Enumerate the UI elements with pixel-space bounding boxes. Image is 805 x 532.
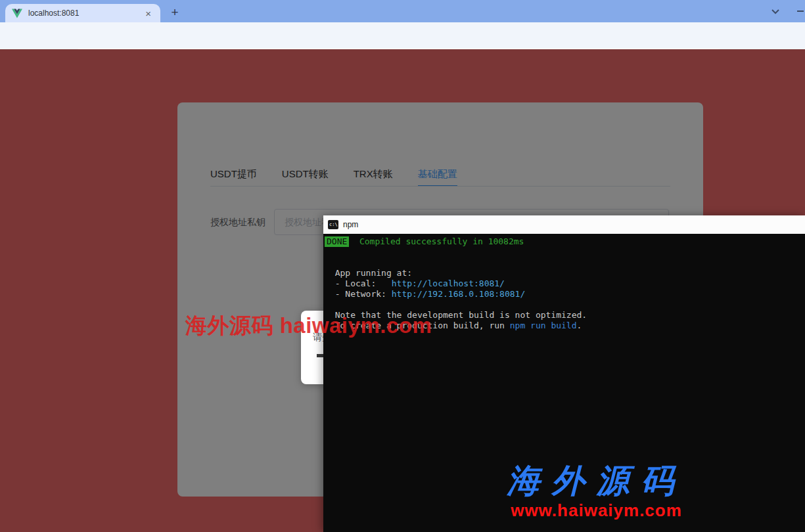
window-minimize-icon[interactable] bbox=[797, 11, 804, 12]
browser-tab[interactable]: localhost:8081 × bbox=[5, 4, 160, 22]
tab-close-icon[interactable]: × bbox=[143, 9, 154, 18]
browser-tab-strip: localhost:8081 × + bbox=[0, 0, 805, 22]
local-url-link[interactable]: http://localhost:8081/ bbox=[392, 278, 505, 288]
terminal-title: npm bbox=[343, 215, 358, 234]
dialog-dash bbox=[317, 354, 323, 357]
network-url-link[interactable]: http://192.168.0.108:8081/ bbox=[392, 289, 526, 299]
terminal-line-blank bbox=[325, 299, 805, 310]
done-badge: DONE bbox=[325, 236, 349, 247]
vue-logo-icon bbox=[12, 9, 22, 18]
terminal-title-bar[interactable]: c:\ npm bbox=[323, 215, 805, 234]
terminal-line-network: - Network: http://192.168.0.108:8081/ bbox=[325, 289, 805, 299]
npm-run-build-command: npm run build bbox=[510, 321, 577, 330]
tab-search-chevron-icon[interactable] bbox=[769, 5, 782, 18]
terminal-line-blank bbox=[325, 257, 805, 268]
red-watermark-text: 海外源码 haiwaiym.com bbox=[185, 315, 432, 336]
terminal-line-blank bbox=[325, 247, 805, 257]
network-label: - Network: bbox=[325, 289, 392, 299]
tab-title: localhost:8081 bbox=[28, 9, 143, 18]
terminal-line-app-running: App running at: bbox=[325, 268, 805, 278]
terminal-line-local: - Local: http://localhost:8081/ bbox=[325, 278, 805, 289]
terminal-line-done: DONE Compiled successfully in 10082ms bbox=[325, 236, 805, 247]
tip-suffix: . bbox=[577, 321, 582, 330]
compiled-text: Compiled successfully in 10082ms bbox=[349, 236, 524, 246]
new-tab-button[interactable]: + bbox=[167, 5, 183, 20]
brand-watermark: 海外源码 www.haiwaiym.com bbox=[483, 464, 710, 521]
brand-url-text: www.haiwaiym.com bbox=[483, 500, 710, 521]
local-label: - Local: bbox=[325, 278, 392, 288]
brand-chinese-text: 海外源码 bbox=[483, 464, 710, 499]
cmd-prompt-icon: c:\ bbox=[328, 220, 338, 229]
browser-toolbar: i localhost:8081/#/trc G A ☆ bbox=[0, 22, 805, 51]
